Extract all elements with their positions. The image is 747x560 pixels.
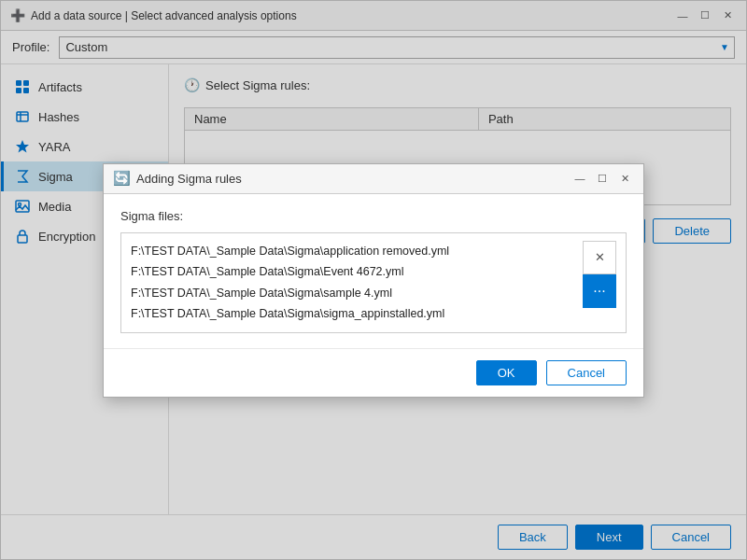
dialog-footer: OK Cancel: [104, 348, 643, 397]
dialog-titlebar: 🔄 Adding Sigma rules — ☐ ✕: [104, 164, 643, 194]
main-window: ➕ Add a data source | Select advanced an…: [0, 0, 747, 560]
dialog-maximize-button[interactable]: ☐: [593, 169, 612, 188]
dialog-close-button[interactable]: ✕: [615, 169, 634, 188]
file-item-3: F:\TEST DATA\_Sample Data\Sigma\sigma_ap…: [131, 303, 577, 325]
file-item-1: F:\TEST DATA\_Sample Data\Sigma\Event 46…: [131, 261, 577, 283]
remove-file-button[interactable]: ✕: [583, 241, 616, 274]
adding-sigma-rules-dialog: 🔄 Adding Sigma rules — ☐ ✕ Sigma files: …: [103, 163, 644, 398]
browse-files-button[interactable]: ···: [583, 274, 616, 308]
file-item-2: F:\TEST DATA\_Sample Data\Sigma\sample 4…: [131, 283, 577, 304]
dialog-ok-button[interactable]: OK: [476, 360, 537, 385]
dialog-body: Sigma files: F:\TEST DATA\_Sample Data\S…: [104, 194, 643, 348]
dialog-minimize-button[interactable]: —: [571, 169, 589, 188]
dialog-refresh-icon: 🔄: [113, 170, 131, 187]
files-box: F:\TEST DATA\_Sample Data\Sigma\applicat…: [120, 232, 627, 333]
files-list: F:\TEST DATA\_Sample Data\Sigma\applicat…: [131, 241, 577, 325]
dialog-title: Adding Sigma rules: [136, 172, 242, 186]
dialog-cancel-button[interactable]: Cancel: [546, 360, 627, 385]
file-item-0: F:\TEST DATA\_Sample Data\Sigma\applicat…: [131, 241, 577, 262]
dialog-overlay: 🔄 Adding Sigma rules — ☐ ✕ Sigma files: …: [1, 1, 746, 559]
dialog-subtitle: Sigma files:: [120, 209, 627, 223]
files-actions: ✕ ···: [583, 241, 616, 308]
